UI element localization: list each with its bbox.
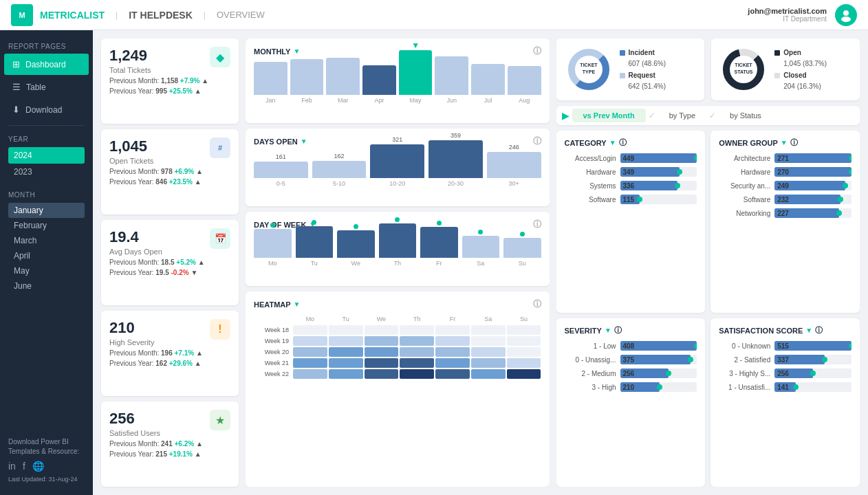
sidebar-item-label-table: Table — [26, 82, 46, 92]
bar-dot — [688, 357, 693, 362]
sidebar-item-download[interactable]: ⬇ Download — [4, 99, 89, 120]
bar-row-label: 1 - Unsatisfi... — [719, 384, 770, 391]
logo-text: METRICALIST — [40, 10, 105, 21]
satisfaction-dropdown-arrow[interactable]: ▼ — [805, 327, 812, 334]
heatmap-row-label: Week 18 — [254, 325, 292, 335]
severity-bars: 1 - Low 408 0 - Unassig... 375 2 - Mediu — [565, 341, 697, 392]
bar-dot — [836, 210, 842, 216]
heatmap-header-th: Th — [400, 314, 434, 324]
owner-group-bars: Architecture 271 Hardware 270 Security a — [719, 153, 851, 218]
month-may-btn[interactable]: May — [8, 263, 85, 278]
bar-row: Systems 336 — [565, 181, 697, 190]
bar-row-label: 1 - Low — [565, 342, 616, 350]
dow-bar-we: We — [337, 224, 375, 267]
kpi-avg-days: 📅 19.4 Avg Days Open Previous Month: 18.… — [101, 220, 239, 305]
heatmap-dropdown-arrow[interactable]: ▼ — [294, 300, 301, 308]
heatmap-cell — [293, 325, 327, 335]
heatmap-info-icon[interactable]: ⓘ — [533, 298, 541, 310]
dow-bar-fr: Fr — [420, 221, 458, 267]
sidebar-item-table[interactable]: ☰ Table — [4, 76, 89, 98]
month-february-btn[interactable]: February — [8, 218, 85, 233]
bar-dot — [666, 371, 671, 376]
bar-value: 270 — [777, 168, 789, 176]
bar-dot — [838, 197, 843, 202]
sidebar: Report Pages ⊞ Dashboard ☰ Table ⬇ Downl… — [0, 30, 93, 495]
owner-group-info-icon[interactable]: ⓘ — [790, 138, 798, 148]
bar-row-label: 3 - High — [565, 384, 616, 391]
bar-row-label: 3 - Highly S... — [719, 370, 770, 377]
days-open-dropdown-arrow[interactable]: ▼ — [301, 138, 307, 145]
heatmap-wrap: MoTuWeThFrSaSuWeek 18Week 19Week 20Week … — [254, 314, 541, 379]
heatmap-header-we: We — [365, 314, 399, 324]
filter-tab-by-type[interactable]: by Type — [658, 109, 706, 122]
open-value-pct: 1,045 (83.7%) — [783, 60, 827, 67]
heatmap-header-fr: Fr — [435, 314, 470, 324]
month-june-btn[interactable]: June — [8, 278, 85, 294]
bar-row-label: Systems — [565, 182, 616, 190]
heatmap-cell — [293, 347, 327, 357]
web-icon[interactable]: 🌐 — [32, 461, 44, 472]
closed-value-pct: 204 (16.3%) — [783, 82, 827, 90]
severity-chart-card: SEVERITY ▼ ⓘ 1 - Low 408 0 - Unassig... — [556, 318, 706, 487]
incident-legend-dot — [620, 50, 625, 56]
heatmap-cell — [400, 369, 434, 379]
monthly-info-icon[interactable]: ⓘ — [533, 45, 541, 57]
bar-row-label: 2 - Medium — [565, 370, 616, 377]
satisfaction-info-icon[interactable]: ⓘ — [815, 325, 823, 336]
svg-text:TICKET: TICKET — [735, 63, 753, 67]
linkedin-icon[interactable]: in — [8, 461, 16, 472]
bar-dot — [849, 155, 851, 161]
severity-info-icon[interactable]: ⓘ — [614, 325, 622, 336]
filter-tab-by-status[interactable]: by Status — [719, 109, 772, 122]
month-april-btn[interactable]: April — [8, 248, 85, 263]
heatmap-cell — [400, 336, 434, 346]
dow-info-icon[interactable]: ⓘ — [533, 219, 541, 230]
sidebar-item-dashboard[interactable]: ⊞ Dashboard — [4, 54, 89, 75]
sidebar-social: in f 🌐 — [8, 461, 85, 472]
month-march-btn[interactable]: March — [8, 233, 85, 248]
heatmap-cell — [507, 347, 541, 357]
bar-row: 1 - Unsatisfi... 141 — [719, 382, 851, 392]
month-january-btn[interactable]: January — [8, 203, 85, 218]
app-subtitle: OVERVIEW — [217, 10, 265, 20]
owner-group-dropdown-arrow[interactable]: ▼ — [781, 139, 788, 146]
year-2023-btn[interactable]: 2023 — [8, 164, 85, 180]
heatmap-cell — [471, 336, 506, 346]
facebook-icon[interactable]: f — [23, 461, 25, 472]
middle-column: MONTHLY ▼ ⓘ JanFebMarApr▼MayJunJulAug DA… — [246, 38, 550, 487]
heatmap-cell — [293, 358, 327, 368]
bar-row: Software 115 — [565, 195, 697, 204]
download-link-text: Download Power BI Templates & Resource: — [8, 437, 85, 456]
bar-value: 249 — [777, 182, 789, 190]
filter-tab-prev-month[interactable]: vs Prev Month — [572, 109, 646, 122]
heatmap-cell — [435, 336, 470, 346]
bar-value: 375 — [623, 356, 635, 364]
bar-row-label: Architecture — [719, 155, 770, 162]
severity-dropdown-arrow[interactable]: ▼ — [605, 327, 611, 334]
heatmap-row-label: Week 21 — [254, 358, 292, 368]
bar-track: 141 — [774, 382, 851, 392]
category-info-icon[interactable]: ⓘ — [619, 138, 627, 148]
category-chart-card: CATEGORY ▼ ⓘ Access/Login 449 Hardware — [556, 131, 706, 313]
bar-fill: 337 — [774, 355, 825, 364]
bar-value: 271 — [777, 155, 789, 162]
days-bar-30+: 24630+ — [487, 144, 541, 187]
bar-fill: 115 — [620, 195, 640, 204]
month-filter-title: Month — [8, 191, 85, 199]
kpi-satisfied-users: ★ 256 Satisfied Users Previous Month: 24… — [101, 402, 239, 487]
bar-dot — [793, 384, 799, 390]
category-dropdown-arrow[interactable]: ▼ — [609, 139, 616, 146]
heatmap-cell — [471, 369, 506, 379]
bar-charts-section: CATEGORY ▼ ⓘ Access/Login 449 Hardware — [556, 131, 860, 487]
bar-row: Software 232 — [719, 195, 851, 204]
monthly-dropdown-arrow[interactable]: ▼ — [293, 47, 300, 55]
high-severity-icon: ! — [210, 319, 230, 340]
avg-days-icon: 📅 — [210, 228, 230, 249]
monthly-bars: JanFebMarApr▼MayJunJulAug — [254, 61, 541, 116]
year-2024-btn[interactable]: 2024 — [8, 147, 85, 164]
days-open-bars: 1610-51625-1032110-2035920-3024630+ — [254, 151, 541, 199]
avatar[interactable] — [835, 4, 857, 26]
heatmap-cell — [365, 336, 399, 346]
heatmap-cell — [329, 369, 363, 379]
dow-bar-tu: Tu — [296, 220, 334, 267]
